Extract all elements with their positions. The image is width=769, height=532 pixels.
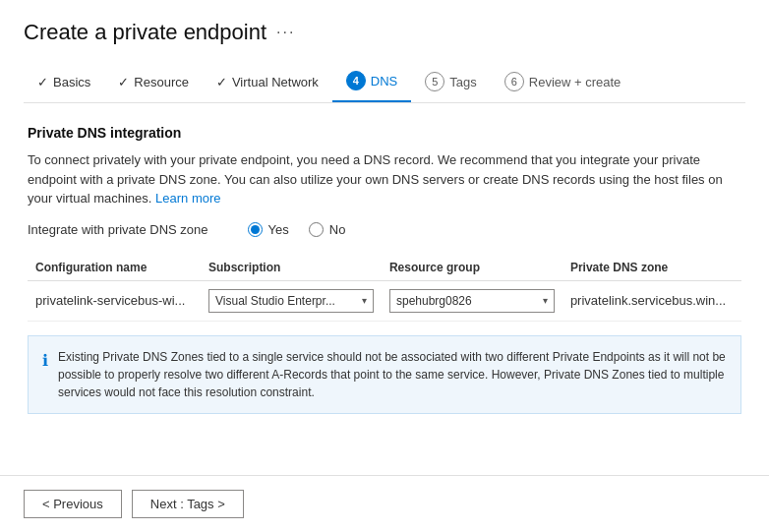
resource-group-value: spehubrg0826: [396, 294, 537, 308]
next-button[interactable]: Next : Tags >: [132, 490, 244, 518]
footer: < Previous Next : Tags >: [0, 475, 769, 532]
radio-yes-option[interactable]: Yes: [248, 222, 289, 237]
step-resource[interactable]: ✓ Resource: [104, 67, 203, 99]
radio-no-input[interactable]: [309, 222, 324, 237]
step-virtual-network[interactable]: ✓ Virtual Network: [203, 67, 332, 99]
step-dns-label: DNS: [371, 74, 397, 89]
cell-subscription[interactable]: Visual Studio Enterpr... ▾: [201, 280, 382, 321]
cell-resource-group[interactable]: spehubrg0826 ▾: [382, 280, 562, 321]
radio-no-option[interactable]: No: [309, 222, 346, 237]
cell-config-name: privatelink-servicebus-wi...: [28, 280, 201, 321]
radio-yes-input[interactable]: [248, 222, 263, 237]
step-basics-label: Basics: [53, 75, 90, 89]
radio-row: Integrate with private DNS zone Yes No: [28, 222, 741, 237]
ellipsis-menu[interactable]: ···: [276, 24, 295, 41]
step-tags-label: Tags: [449, 75, 476, 89]
page-title: Create a private endpoint: [24, 20, 266, 45]
cell-private-dns-zone: privatelink.servicebus.win...: [562, 280, 741, 321]
previous-button[interactable]: < Previous: [24, 490, 122, 518]
step-dns-num: 4: [346, 71, 366, 90]
table-row: privatelink-servicebus-wi... Visual Stud…: [28, 280, 741, 321]
chevron-down-icon: ▾: [362, 295, 367, 306]
info-box: ℹ Existing Private DNS Zones tied to a s…: [28, 335, 741, 414]
col-config-name: Configuration name: [28, 255, 201, 281]
step-tags[interactable]: 5 Tags: [411, 64, 490, 101]
step-dns[interactable]: 4 DNS: [332, 63, 411, 102]
info-text: Existing Private DNS Zones tied to a sin…: [58, 348, 727, 401]
check-icon: ✓: [118, 75, 129, 89]
step-resource-label: Resource: [134, 75, 189, 89]
radio-label: Integrate with private DNS zone: [28, 222, 208, 237]
chevron-down-icon: ▾: [543, 295, 548, 306]
step-review-label: Review + create: [529, 75, 621, 89]
col-private-dns-zone: Private DNS zone: [562, 255, 741, 281]
section-title: Private DNS integration: [28, 125, 741, 141]
learn-more-link[interactable]: Learn more: [155, 191, 220, 206]
resource-group-dropdown[interactable]: spehubrg0826 ▾: [389, 289, 555, 313]
dns-table: Configuration name Subscription Resource…: [28, 255, 741, 322]
step-virtual-network-label: Virtual Network: [232, 75, 319, 89]
step-review[interactable]: 6 Review + create: [491, 64, 635, 101]
radio-no-label: No: [329, 222, 346, 237]
subscription-dropdown[interactable]: Visual Studio Enterpr... ▾: [208, 289, 374, 313]
check-icon: ✓: [37, 75, 48, 89]
step-review-num: 6: [504, 72, 524, 91]
radio-yes-label: Yes: [268, 222, 289, 237]
col-subscription: Subscription: [201, 255, 382, 281]
step-basics[interactable]: ✓ Basics: [24, 67, 104, 99]
info-icon: ℹ: [42, 349, 48, 373]
description-text: To connect privately with your private e…: [28, 150, 741, 208]
col-resource-group: Resource group: [382, 255, 562, 281]
wizard-steps: ✓ Basics ✓ Resource ✓ Virtual Network 4 …: [24, 63, 745, 103]
step-tags-num: 5: [425, 72, 444, 91]
check-icon: ✓: [216, 75, 227, 89]
subscription-value: Visual Studio Enterpr...: [215, 294, 356, 308]
